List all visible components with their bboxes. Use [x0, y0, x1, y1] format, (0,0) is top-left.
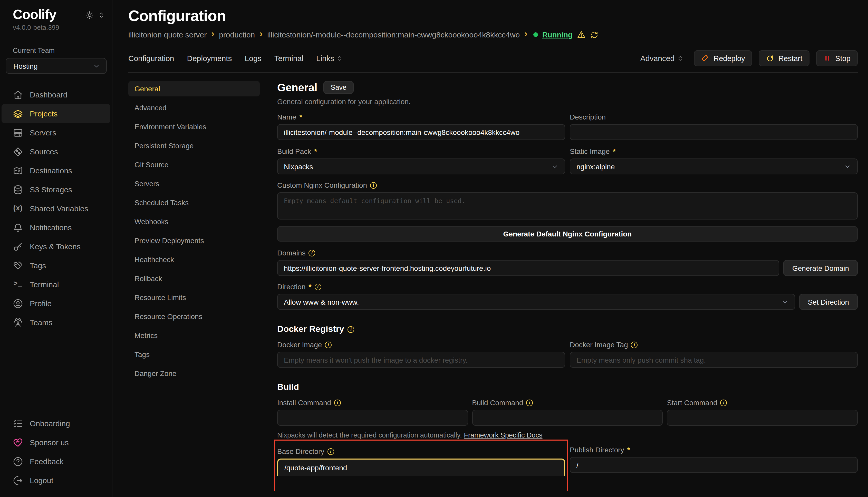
info-icon[interactable]: [328, 448, 334, 455]
subnav-metrics[interactable]: Metrics: [128, 328, 260, 343]
sidebar-item-logout[interactable]: Logout: [2, 471, 110, 490]
sidebar-item-s3-storages[interactable]: S3 Storages: [2, 180, 110, 199]
required-mark: *: [309, 283, 312, 291]
chevron-down-icon: [781, 298, 788, 306]
tab-deployments[interactable]: Deployments: [187, 54, 232, 62]
sidebar-item-sources[interactable]: Sources: [2, 142, 110, 161]
breadcrumb-project[interactable]: illicitonion quote server: [128, 30, 207, 39]
info-icon[interactable]: [314, 283, 321, 290]
sidebar-item-feedback[interactable]: Feedback: [2, 452, 110, 471]
sidebar-item-servers[interactable]: Servers: [2, 123, 110, 142]
publish-directory-input[interactable]: [570, 457, 858, 473]
info-icon[interactable]: [370, 182, 377, 188]
info-icon[interactable]: [348, 326, 355, 332]
docker-image-tag-input[interactable]: [570, 352, 858, 368]
name-label: Name: [277, 113, 297, 121]
build-pack-select[interactable]: Nixpacks: [277, 158, 565, 174]
sidebar-item-teams[interactable]: Teams: [2, 313, 110, 332]
name-input[interactable]: [277, 124, 565, 140]
terminal-icon: >_: [13, 279, 23, 289]
team-select[interactable]: Hosting: [6, 58, 107, 74]
docker-image-input[interactable]: [277, 352, 565, 368]
info-icon[interactable]: [526, 399, 533, 406]
chevron-right-icon: ›: [260, 31, 263, 38]
subnav-danger-zone[interactable]: Danger Zone: [128, 366, 260, 381]
tags-icon: [13, 260, 23, 271]
start-command-input[interactable]: [667, 410, 858, 426]
subnav-scheduled-tasks[interactable]: Scheduled Tasks: [128, 195, 260, 210]
info-icon[interactable]: [720, 399, 727, 406]
sidebar-item-profile[interactable]: Profile: [2, 294, 110, 313]
users-icon: [13, 317, 23, 327]
team-select-value: Hosting: [13, 62, 38, 70]
install-command-input[interactable]: [277, 410, 468, 426]
build-command-input[interactable]: [472, 410, 663, 426]
advanced-toggle[interactable]: Advanced: [640, 54, 683, 62]
domains-label: Domains: [277, 249, 306, 257]
tab-terminal[interactable]: Terminal: [274, 54, 303, 62]
sidebar-item-sponsor-us[interactable]: Sponsor us: [2, 433, 110, 452]
tab-logs[interactable]: Logs: [245, 54, 262, 62]
restart-button[interactable]: Restart: [759, 50, 810, 66]
base-directory-input[interactable]: [277, 458, 565, 476]
direction-select[interactable]: Allow www & non-www.: [277, 294, 795, 310]
logout-icon: [13, 475, 23, 485]
subnav-resource-limits[interactable]: Resource Limits: [128, 290, 260, 305]
sidebar-item-label: Logout: [30, 476, 53, 485]
subnav-healthcheck[interactable]: Healthcheck: [128, 252, 260, 267]
subnav-environment-variables[interactable]: Environment Variables: [128, 119, 260, 134]
sidebar-item-terminal[interactable]: >_ Terminal: [2, 275, 110, 294]
required-mark: *: [300, 113, 302, 121]
save-button[interactable]: Save: [323, 81, 354, 94]
sidebar-nav: Dashboard Projects Servers Sources Desti…: [0, 85, 112, 332]
info-icon[interactable]: [631, 341, 638, 348]
sidebar-item-onboarding[interactable]: Onboarding: [2, 414, 110, 433]
info-icon[interactable]: [334, 399, 341, 406]
subnav-resource-operations[interactable]: Resource Operations: [128, 309, 260, 324]
framework-docs-link[interactable]: Framework Specific Docs: [464, 431, 542, 439]
redeploy-button[interactable]: Redeploy: [694, 50, 752, 66]
tab-configuration[interactable]: Configuration: [128, 54, 174, 62]
description-input[interactable]: [570, 124, 858, 140]
sidebar-item-shared-variables[interactable]: (x) Shared Variables: [2, 199, 110, 218]
subnav-persistent-storage[interactable]: Persistent Storage: [128, 138, 260, 153]
static-image-value: nginx:alpine: [576, 162, 615, 171]
status-badge[interactable]: Running: [542, 30, 573, 39]
subnav-servers[interactable]: Servers: [128, 176, 260, 191]
breadcrumb-environment[interactable]: production: [219, 30, 255, 39]
info-icon[interactable]: [309, 250, 315, 256]
sidebar-item-tags[interactable]: Tags: [2, 256, 110, 275]
subnav-webhooks[interactable]: Webhooks: [128, 214, 260, 229]
sidebar-item-destinations[interactable]: Destinations: [2, 161, 110, 180]
domains-input[interactable]: [277, 260, 780, 276]
database-icon: [13, 184, 23, 195]
sidebar-item-label: Feedback: [30, 457, 64, 466]
breadcrumb-application[interactable]: illicitestonion/-module--decomposition:m…: [267, 30, 520, 39]
generate-nginx-button[interactable]: Generate Default Nginx Configuration: [277, 226, 858, 242]
refresh-icon[interactable]: [591, 30, 599, 39]
static-image-select[interactable]: nginx:alpine: [570, 158, 858, 174]
subnav-rollback[interactable]: Rollback: [128, 271, 260, 286]
warning-triangle-icon[interactable]: [577, 30, 586, 39]
stop-button[interactable]: Stop: [816, 50, 858, 66]
start-command-label: Start Command: [667, 399, 717, 407]
subnav-tags[interactable]: Tags: [128, 347, 260, 362]
sidebar-item-projects[interactable]: Projects: [2, 104, 110, 123]
subnav-advanced[interactable]: Advanced: [128, 100, 260, 115]
stop-label: Stop: [835, 54, 851, 62]
custom-nginx-textarea[interactable]: [277, 192, 858, 219]
subnav-general[interactable]: General: [128, 81, 260, 96]
theme-toggle-sun-icon[interactable]: [85, 11, 94, 19]
sidebar-item-dashboard[interactable]: Dashboard: [2, 85, 110, 104]
subnav-preview-deployments[interactable]: Preview Deployments: [128, 233, 260, 248]
set-direction-button[interactable]: Set Direction: [799, 294, 858, 310]
sidebar-item-notifications[interactable]: Notifications: [2, 218, 110, 237]
info-icon[interactable]: [325, 341, 332, 348]
sidebar-item-keys-tokens[interactable]: Keys & Tokens: [2, 237, 110, 256]
tab-links[interactable]: Links: [316, 54, 343, 62]
chevrons-up-down-icon[interactable]: [98, 12, 105, 18]
description-label: Description: [570, 113, 606, 121]
chevron-right-icon: ›: [524, 31, 527, 38]
generate-domain-button[interactable]: Generate Domain: [784, 260, 858, 276]
subnav-git-source[interactable]: Git Source: [128, 157, 260, 172]
